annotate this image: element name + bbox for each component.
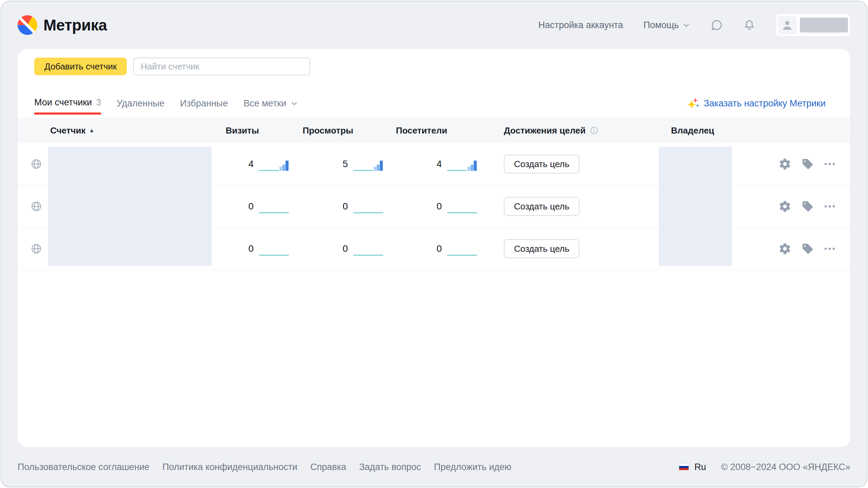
tag-icon[interactable]: [802, 200, 814, 212]
chevron-down-icon: [290, 99, 298, 107]
page-footer: Пользовательское соглашение Политика кон…: [1, 447, 867, 487]
user-account-menu[interactable]: [776, 14, 850, 37]
app-title: Метрика: [43, 16, 107, 34]
redacted-owner: [659, 147, 732, 266]
sort-asc-icon: ▲: [89, 127, 94, 134]
goals-cell: Создать цель: [477, 197, 648, 216]
tab-my-counters[interactable]: Мои счетчики 3: [34, 92, 101, 115]
create-goal-button[interactable]: Создать цель: [504, 197, 579, 216]
help-label: Помощь: [644, 20, 679, 30]
views-cell: 5: [289, 157, 383, 171]
bell-icon: [743, 19, 755, 31]
sparkle-icon: [686, 97, 699, 110]
metrika-logo[interactable]: Метрика: [18, 15, 107, 35]
order-setup-link[interactable]: Заказать настройку Метрики: [686, 97, 826, 110]
visitors-value: 4: [436, 159, 442, 169]
help-menu[interactable]: Помощь: [644, 20, 690, 30]
row-actions: [743, 158, 853, 170]
visitors-cell: 0: [383, 241, 477, 256]
visits-value: 0: [248, 243, 254, 254]
account-settings-link[interactable]: Настройка аккаунта: [538, 20, 623, 30]
visits-sparkline: [259, 157, 289, 171]
visitors-value: 0: [436, 243, 442, 254]
visitors-cell: 0: [383, 199, 477, 214]
globe-icon: [31, 243, 42, 255]
views-value: 0: [342, 243, 348, 254]
visits-sparkline: [259, 199, 289, 214]
visitors-sparkline: [447, 157, 477, 171]
header-counter-label: Счетчик: [50, 125, 85, 136]
tab-deleted-label: Удаленные: [117, 98, 164, 109]
header-views: Просмотры: [289, 125, 383, 136]
more-options-icon[interactable]: [824, 162, 835, 166]
redacted-username: [800, 18, 848, 33]
visitors-value: 0: [436, 201, 442, 212]
views-cell: 0: [289, 241, 383, 256]
globe-icon: [31, 158, 42, 170]
visits-sparkline: [259, 241, 289, 256]
chat-button[interactable]: [711, 19, 723, 31]
visits-cell: 4: [212, 157, 289, 171]
header-owner: Владелец: [648, 125, 743, 136]
tag-icon[interactable]: [802, 158, 814, 170]
top-nav: Настройка аккаунта Помощь: [518, 14, 850, 37]
tab-my-counters-count: 3: [96, 97, 101, 108]
counters-panel: Добавить счетчик Мои счетчики 3 Удаленны…: [18, 49, 850, 447]
visitors-sparkline: [447, 199, 477, 214]
visits-value: 0: [248, 201, 254, 212]
search-counter-input[interactable]: [133, 58, 310, 75]
visits-value: 4: [248, 159, 254, 169]
header-goals: Достижения целей: [477, 125, 648, 136]
globe-icon: [31, 201, 42, 212]
metrika-logo-icon: [18, 15, 37, 35]
footer-right: Ru © 2008−2024 ООО «ЯНДЕКС»: [679, 462, 850, 472]
row-actions: [743, 242, 853, 255]
visitors-cell: 4: [383, 157, 477, 171]
footer-link-user-agreement[interactable]: Пользовательское соглашение: [18, 462, 150, 472]
row-actions: [743, 200, 853, 213]
tags-filter-label: Все метки: [243, 98, 286, 109]
header-counter[interactable]: Счетчик ▲: [48, 125, 212, 136]
visitors-sparkline: [447, 241, 477, 256]
gear-icon[interactable]: [778, 242, 791, 255]
app-window: Метрика Настройка аккаунта Помощь Д: [1, 1, 867, 487]
footer-link-ask-question[interactable]: Задать вопрос: [359, 462, 421, 472]
notifications-button[interactable]: [743, 19, 755, 31]
views-cell: 0: [289, 199, 383, 214]
tab-deleted[interactable]: Удаленные: [117, 92, 164, 115]
footer-link-privacy-policy[interactable]: Политика конфиденциальности: [162, 462, 297, 472]
footer-links: Пользовательское соглашение Политика кон…: [18, 462, 511, 472]
goals-cell: Создать цель: [477, 155, 648, 174]
chat-icon: [711, 19, 723, 31]
views-sparkline: [353, 199, 383, 214]
create-goal-button[interactable]: Создать цель: [504, 155, 579, 174]
header-visitors: Посетители: [383, 125, 477, 136]
footer-link-help[interactable]: Справка: [310, 462, 346, 472]
language-switcher[interactable]: Ru: [694, 462, 706, 472]
add-counter-button[interactable]: Добавить счетчик: [34, 58, 127, 75]
tab-favorites[interactable]: Избранные: [180, 92, 228, 115]
more-options-icon[interactable]: [824, 205, 835, 208]
tags-filter-dropdown[interactable]: Все метки: [243, 92, 298, 115]
redacted-counter-names: [48, 147, 212, 266]
top-bar: Метрика Настройка аккаунта Помощь: [1, 1, 867, 49]
create-goal-button[interactable]: Создать цель: [504, 239, 579, 258]
footer-link-suggest-idea[interactable]: Предложить идею: [434, 462, 512, 472]
header-visits: Визиты: [212, 125, 289, 136]
info-icon[interactable]: [590, 126, 598, 135]
tag-icon[interactable]: [802, 243, 814, 255]
views-sparkline: [353, 241, 383, 256]
chevron-down-icon: [682, 21, 690, 29]
views-value: 0: [342, 201, 348, 212]
copyright-text: © 2008−2024 ООО «ЯНДЕКС»: [721, 462, 850, 472]
order-setup-label: Заказать настройку Метрики: [704, 98, 826, 109]
russian-flag-icon[interactable]: [679, 464, 689, 471]
gear-icon[interactable]: [778, 200, 791, 213]
tab-my-counters-label: Мои счетчики: [34, 97, 92, 108]
tabs-row: Мои счетчики 3 Удаленные Избранные Все м…: [34, 92, 834, 115]
more-options-icon[interactable]: [824, 247, 835, 250]
header-goals-label: Достижения целей: [504, 125, 586, 136]
gear-icon[interactable]: [778, 158, 791, 170]
user-icon: [781, 18, 794, 32]
visits-cell: 0: [212, 199, 289, 214]
